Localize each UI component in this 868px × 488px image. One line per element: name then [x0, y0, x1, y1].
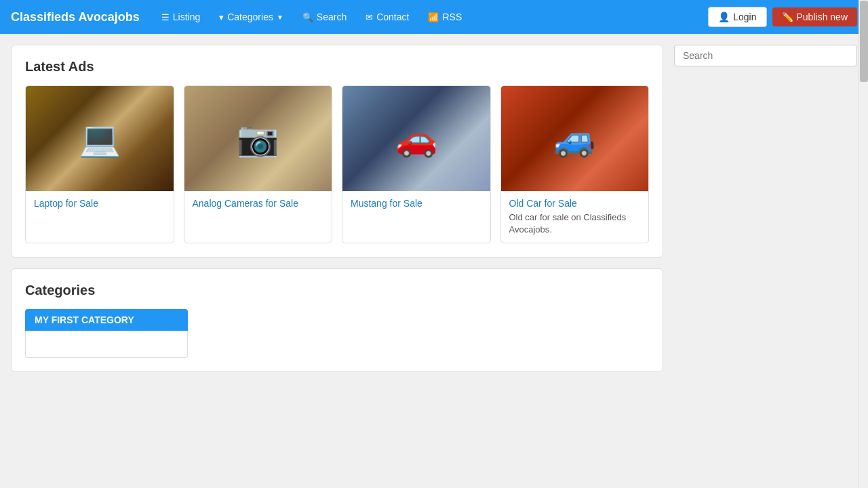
category-button-first[interactable]: MY FIRST CATEGORY	[25, 309, 188, 331]
scrollbar[interactable]	[859, 0, 868, 383]
nav-listing[interactable]: ☰ Listing	[153, 7, 208, 26]
ad-image-mustang	[342, 86, 490, 191]
ad-card-oldcar: Old Car for Sale Old car for sale on Cla…	[500, 85, 650, 243]
nav-contact[interactable]: ✉ Contact	[357, 7, 417, 26]
latest-ads-title: Latest Ads	[25, 59, 649, 75]
nav-categories-label: Categories	[227, 12, 273, 22]
publish-label: Publish new	[797, 12, 848, 22]
nav-rss[interactable]: 📶 RSS	[420, 7, 470, 26]
contact-icon: ✉	[366, 12, 373, 22]
nav-contact-label: Contact	[376, 12, 409, 22]
ad-title-oldcar[interactable]: Old Car for Sale	[509, 198, 641, 209]
nav-rss-label: RSS	[442, 12, 462, 22]
categories-list: MY FIRST CATEGORY	[25, 309, 649, 358]
brand-link[interactable]: Classifieds Avocajobs	[11, 10, 140, 24]
ad-body-laptop: Laptop for Sale	[26, 191, 174, 243]
nav-categories[interactable]: ▾ Categories ▼	[211, 7, 292, 26]
login-button[interactable]: 👤 Login	[708, 7, 766, 27]
ad-title-laptop[interactable]: Laptop for Sale	[34, 198, 165, 209]
login-label: Login	[733, 12, 756, 22]
scroll-thumb[interactable]	[860, 1, 868, 82]
categories-icon: ▾	[219, 12, 224, 22]
rss-icon: 📶	[428, 12, 439, 22]
search-input[interactable]	[674, 45, 857, 66]
ad-card-mustang: Mustang for Sale	[342, 85, 491, 243]
nav-links: ☰ Listing ▾ Categories ▼ 🔍 Search ✉ Cont…	[153, 7, 708, 26]
latest-ads-section: Latest Ads Laptop for Sale Analog Camera…	[11, 45, 663, 258]
nav-listing-label: Listing	[173, 12, 200, 22]
ad-desc-oldcar: Old car for sale on Classifieds Avocajob…	[509, 211, 641, 236]
navbar: Classifieds Avocajobs ☰ Listing ▾ Catego…	[0, 0, 868, 34]
ad-body-oldcar: Old Car for Sale Old car for sale on Cla…	[501, 191, 649, 243]
ad-body-cameras: Analog Cameras for Sale	[184, 191, 332, 243]
main-container: Latest Ads Laptop for Sale Analog Camera…	[0, 34, 868, 383]
categories-section: Categories MY FIRST CATEGORY	[11, 268, 663, 372]
ad-image-laptop	[26, 86, 174, 191]
search-nav-icon: 🔍	[302, 12, 313, 22]
nav-search-label: Search	[317, 12, 347, 22]
nav-actions: 👤 Login ✏️ Publish new	[708, 7, 857, 27]
content-area: Latest Ads Laptop for Sale Analog Camera…	[11, 45, 663, 372]
publish-button[interactable]: ✏️ Publish new	[772, 7, 858, 26]
dropdown-arrow-icon: ▼	[277, 14, 283, 21]
ad-card-laptop: Laptop for Sale	[25, 85, 174, 243]
nav-search[interactable]: 🔍 Search	[294, 7, 355, 26]
category-sub-first	[25, 331, 188, 358]
ad-title-mustang[interactable]: Mustang for Sale	[351, 198, 482, 209]
ad-image-oldcar	[501, 86, 649, 191]
categories-title: Categories	[25, 283, 649, 298]
ads-grid: Laptop for Sale Analog Cameras for Sale …	[25, 85, 649, 243]
listing-icon: ☰	[161, 12, 170, 22]
ad-image-cameras	[184, 86, 332, 191]
pencil-icon: ✏️	[782, 12, 793, 22]
ad-title-cameras[interactable]: Analog Cameras for Sale	[193, 198, 324, 209]
ad-card-cameras: Analog Cameras for Sale	[184, 85, 333, 243]
user-icon: 👤	[718, 12, 730, 22]
ad-body-mustang: Mustang for Sale	[342, 191, 490, 243]
sidebar	[674, 45, 857, 372]
